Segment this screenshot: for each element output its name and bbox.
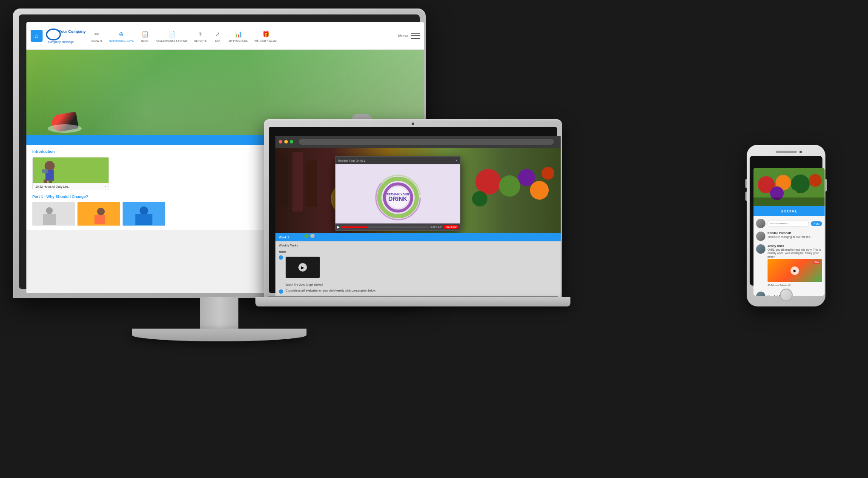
video-modal: Rethink Your Drink 1 × — [335, 156, 461, 231]
nav-item-reports[interactable]: ⚕ REPORTS — [194, 30, 206, 42]
thumb-2[interactable] — [77, 202, 120, 226]
video-close-button[interactable]: × — [455, 158, 458, 163]
nav-item-blog[interactable]: 📋 BLOG — [140, 30, 149, 42]
svg-rect-3 — [42, 169, 48, 173]
rethink-text: RETHINK YOUR DRINK — [387, 193, 409, 202]
browser-maximize-btn[interactable] — [290, 140, 293, 143]
nav-item-progress[interactable]: 📊 MY PROGRESS — [229, 30, 248, 42]
company-message: Company Message — [48, 40, 74, 43]
phone-social-bar: SOCIAL — [753, 206, 825, 216]
intro-thumbnail-card[interactable]: 10 22 Hours of Daily Life... › — [32, 157, 109, 190]
nav-item-nutritional[interactable]: ⊕ NUTRITIONAL GOAL — [109, 30, 134, 42]
laptop: Rethink Your Drink 1 × — [264, 119, 562, 323]
laptop-screen-border: Rethink Your Drink 1 × — [269, 127, 557, 293]
blog-icon: 📋 — [140, 30, 149, 38]
week-label: Week 1 — [279, 236, 289, 239]
svg-point-23 — [530, 181, 549, 200]
svg-point-10 — [97, 208, 105, 215]
eta-icon: ↗ — [213, 30, 222, 38]
svg-point-7 — [46, 207, 53, 214]
thumb-1[interactable] — [32, 202, 75, 226]
reports-icon: ⚕ — [196, 30, 205, 38]
mobile-phone: SOCIAL Post — [747, 145, 825, 306]
user-avatar — [756, 219, 765, 228]
tasks-label: Weekly Tasks — [279, 244, 557, 247]
comment-1-text: This is life changing all over for me... — [768, 235, 822, 239]
svg-rect-38 — [753, 197, 825, 206]
nav-items: ✏ DRAW IT ⊕ NUTRITIONAL GOAL 📋 BLOG — [92, 30, 398, 42]
address-bar[interactable] — [299, 139, 554, 145]
website-header: ⌂ Your Company Company Message ✏ — [26, 22, 424, 50]
drink-label: DRINK — [387, 196, 409, 202]
browser-minimize-btn[interactable] — [284, 140, 288, 143]
progress-bar[interactable] — [341, 226, 429, 228]
phone-video-thumb[interactable]: NEW ▶ — [768, 259, 822, 282]
laptop-camera — [412, 123, 414, 125]
comment-input[interactable] — [768, 220, 809, 227]
company-logo: Your Company Company Message — [46, 29, 76, 43]
video-thumb[interactable]: ▶ — [286, 257, 320, 278]
play-btn[interactable]: ▶ — [298, 263, 307, 272]
svg-point-35 — [809, 174, 822, 187]
laptop-bg-image: Rethink Your Drink 1 × — [275, 148, 561, 233]
hamburger-menu[interactable] — [411, 33, 420, 39]
comment-2-text: OMG, you all need to read this story. Th… — [768, 248, 822, 259]
svg-rect-11 — [95, 215, 105, 224]
social-label: SOCIAL — [780, 209, 797, 213]
nav-divider — [88, 27, 88, 44]
nav-item-gift[interactable]: 🎁 WIN A GIFT W/ ME! — [255, 30, 277, 42]
post-button[interactable]: Post — [811, 221, 822, 226]
gift-icon: 🎁 — [261, 30, 270, 38]
svg-rect-8 — [43, 214, 56, 225]
browser-close-btn[interactable] — [279, 140, 282, 143]
nav-item-drawit[interactable]: ✏ DRAW IT — [92, 30, 102, 42]
comment-1-avatar — [756, 232, 765, 241]
phone-home-button[interactable] — [780, 289, 793, 301]
person-avatar — [756, 292, 765, 296]
video-content: RETHINK YOUR DRINK ▶ — [335, 164, 460, 230]
forms-icon: 📄 — [167, 30, 176, 38]
svg-rect-4 — [44, 180, 47, 183]
svg-point-25 — [541, 167, 554, 180]
laptop-screen-shell: Rethink Your Drink 1 × — [264, 119, 562, 298]
nav-item-assessments[interactable]: 📄 ASSESSMENTS & FORMS — [156, 30, 187, 42]
youtube-logo: YouTube — [444, 225, 458, 229]
phone-power-button[interactable] — [825, 179, 827, 192]
phone-vol-down-button[interactable] — [745, 192, 747, 201]
thumb-3[interactable] — [123, 202, 165, 226]
svg-point-24 — [472, 191, 487, 206]
item-text-2: Complete a self-evaluation on your daily… — [286, 289, 376, 292]
phone-speaker — [776, 151, 797, 153]
comment-1-username: Kendall Prescott — [768, 232, 822, 235]
nav-menu-right: Menu — [398, 33, 420, 39]
nutrition-icon: ⊕ — [117, 30, 126, 38]
play-button[interactable]: ▶ — [337, 225, 340, 229]
intro-thumb-image — [33, 157, 109, 183]
svg-point-13 — [140, 206, 148, 215]
comment-2-avatar — [756, 244, 765, 254]
laptop-blue-banner: Week 1 — [275, 233, 561, 241]
comment-2: Jenny Anne OMG, you all need to read thi… — [756, 244, 822, 286]
video-time: 0:40 / 1:54 — [430, 226, 442, 228]
laptop-browser-header — [275, 136, 561, 148]
monitor-base — [132, 329, 307, 341]
laptop-base — [255, 297, 570, 306]
phone-content: Post Kendall Prescott This is life chang… — [753, 216, 825, 296]
phone-vol-up-button[interactable] — [745, 179, 747, 188]
logo-image: Your Company — [46, 29, 76, 40]
svg-rect-15 — [275, 156, 288, 207]
phone-play-btn[interactable]: ▶ — [791, 266, 799, 275]
nav-item-eta[interactable]: ↗ ETA — [213, 30, 222, 42]
intro-thumb-label: 10 22 Hours of Daily Life... › — [33, 183, 109, 190]
more-item-1: ▶ Watch the video to get started! — [279, 255, 557, 287]
comment-2-username: Jenny Anne — [768, 244, 822, 247]
home-icon[interactable]: ⌂ — [31, 30, 43, 42]
company-name: Your Company — [59, 29, 86, 34]
laptop-main-content: Rethink Your Drink 1 × — [275, 148, 561, 299]
phone-screen: SOCIAL Post — [753, 168, 825, 296]
phone-hero — [753, 168, 825, 206]
bullet-1 — [279, 255, 283, 260]
item-text-1: Watch the video to get started! — [286, 283, 323, 286]
comment-1-content: Kendall Prescott This is life changing a… — [768, 232, 822, 239]
comment-2-content: Jenny Anne OMG, you all need to read thi… — [768, 244, 822, 286]
